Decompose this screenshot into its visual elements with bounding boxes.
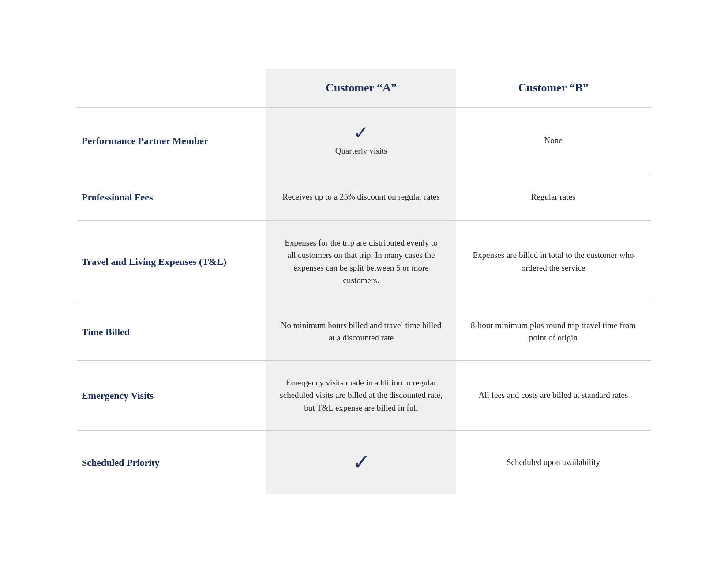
customer-a-cell-2: Expenses for the trip are distributed ev… [266, 220, 456, 303]
customer-b-cell-4: All fees and costs are billed at standar… [456, 360, 651, 431]
customer-a-cell-3: No minimum hours billed and travel time … [266, 303, 456, 360]
header-feature [77, 69, 266, 107]
table-row: Professional FeesReceives up to a 25% di… [77, 174, 651, 220]
customer-b-cell-2: Expenses are billed in total to the cust… [456, 220, 651, 303]
table-row: Scheduled Priority✓Scheduled upon availa… [77, 431, 651, 495]
header-customer-b: Customer “B” [456, 69, 651, 107]
customer-a-cell-1: Receives up to a 25% discount on regular… [266, 174, 456, 220]
customer-b-cell-5: Scheduled upon availability [456, 431, 651, 495]
feature-cell-0: Performance Partner Member [77, 107, 266, 174]
customer-b-cell-3: 8-hour minimum plus round trip travel ti… [456, 303, 651, 360]
customer-a-cell-0: ✓Quarterly visits [266, 107, 456, 174]
feature-cell-2: Travel and Living Expenses (T&L) [77, 220, 266, 303]
comparison-table-wrapper: Customer “A” Customer “B” Performance Pa… [77, 69, 651, 494]
customer-b-cell-0: None [456, 107, 651, 174]
table-row: Travel and Living Expenses (T&L)Expenses… [77, 220, 651, 303]
customer-a-cell-4: Emergency visits made in addition to reg… [266, 360, 456, 431]
header-customer-a: Customer “A” [266, 69, 456, 107]
table-row: Time BilledNo minimum hours billed and t… [77, 303, 651, 360]
table-row: Emergency VisitsEmergency visits made in… [77, 360, 651, 431]
customer-a-cell-5: ✓ [266, 431, 456, 495]
feature-cell-4: Emergency Visits [77, 360, 266, 431]
customer-b-cell-1: Regular rates [456, 174, 651, 220]
feature-cell-5: Scheduled Priority [77, 431, 266, 495]
feature-cell-3: Time Billed [77, 303, 266, 360]
comparison-table: Customer “A” Customer “B” Performance Pa… [77, 69, 651, 494]
feature-cell-1: Professional Fees [77, 174, 266, 220]
table-row: Performance Partner Member✓Quarterly vis… [77, 107, 651, 174]
